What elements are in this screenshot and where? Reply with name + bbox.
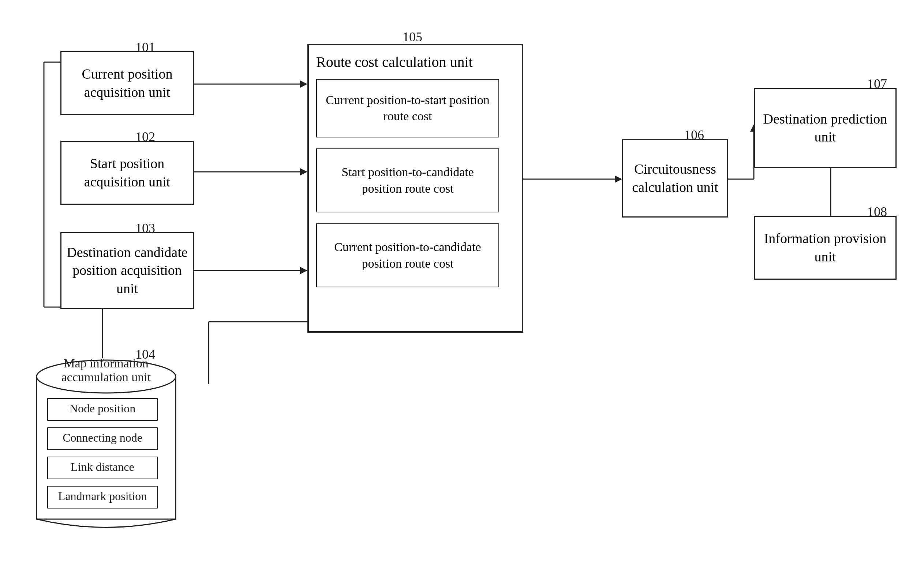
svg-text:accumulation unit: accumulation unit bbox=[62, 370, 151, 384]
label-106: 106 bbox=[684, 127, 704, 142]
diagram: Current position acquisition unit 101 St… bbox=[0, 0, 924, 567]
label-108: 108 bbox=[867, 204, 887, 219]
svg-marker-12 bbox=[615, 176, 622, 183]
label-101: 101 bbox=[135, 39, 155, 55]
svg-marker-3 bbox=[300, 168, 307, 176]
route-cost-inner-3: Current position-to-candidate position r… bbox=[316, 224, 499, 287]
information-provision-box: Information provision unit bbox=[754, 216, 897, 280]
svg-text:Node position: Node position bbox=[69, 402, 135, 415]
label-102: 102 bbox=[135, 129, 155, 144]
current-position-box: Current position acquisition unit bbox=[60, 51, 194, 115]
route-cost-outer-box: Route cost calculation unit Current posi… bbox=[307, 44, 523, 333]
svg-marker-1 bbox=[300, 80, 307, 88]
cylinder-svg: Map information accumulation unit Node p… bbox=[33, 356, 179, 539]
circuitousness-box: Circuitousness calculation unit bbox=[622, 139, 728, 218]
route-cost-title: Route cost calculation unit bbox=[316, 52, 473, 72]
svg-text:Link distance: Link distance bbox=[71, 460, 134, 473]
start-position-box: Start position acquisition unit bbox=[60, 141, 194, 205]
destination-prediction-box: Destination prediction unit bbox=[754, 88, 897, 168]
svg-text:Connecting node: Connecting node bbox=[63, 431, 142, 444]
destination-candidate-box: Destination candidate position acquisiti… bbox=[60, 232, 194, 309]
label-104: 104 bbox=[135, 346, 155, 362]
label-107: 107 bbox=[867, 76, 887, 92]
route-cost-inner-1: Current position-to-start position route… bbox=[316, 79, 499, 138]
svg-text:Landmark position: Landmark position bbox=[58, 489, 147, 502]
label-105: 105 bbox=[403, 29, 422, 45]
route-cost-inner-2: Start position-to-candidate position rou… bbox=[316, 148, 499, 212]
label-103: 103 bbox=[135, 220, 155, 236]
svg-marker-5 bbox=[300, 267, 307, 274]
